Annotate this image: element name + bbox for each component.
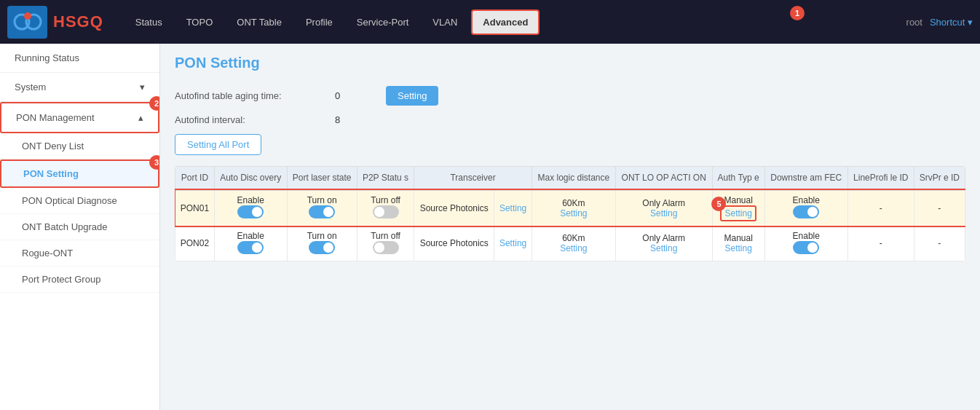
- cell-downstream: Enable: [764, 190, 847, 226]
- cell-auto-disc: Enable: [214, 226, 287, 261]
- autofind-value: 0: [335, 90, 371, 101]
- p2p-toggle-pon01[interactable]: [373, 205, 399, 218]
- cell-ont-loop: Only Alarm Setting: [615, 190, 712, 226]
- cell-ont-loop: Only Alarm Setting: [615, 226, 712, 261]
- cell-transceiver-setting[interactable]: Setting: [494, 226, 532, 261]
- auth-type-setting-pon02[interactable]: Setting: [724, 243, 751, 253]
- badge-3: 3: [149, 155, 160, 170]
- page-title: PON Setting: [175, 55, 965, 71]
- logo-box: [7, 6, 47, 39]
- max-distance-setting-pon02[interactable]: Setting: [560, 243, 587, 253]
- nav-status[interactable]: Status: [125, 11, 173, 33]
- badge-5: 5: [711, 197, 726, 211]
- col-max-distance: Max logic distance: [532, 167, 615, 191]
- col-downstream: Downstre am FEC: [764, 167, 847, 191]
- cell-port-laser: Turn on: [287, 226, 357, 261]
- col-port-id: Port ID: [175, 167, 215, 191]
- cell-transceiver-name: Source Photonics: [414, 226, 494, 261]
- setting-button[interactable]: Setting: [386, 86, 438, 106]
- autofind-row: Autofind table aging time: 0 Setting: [175, 86, 965, 106]
- auth-type-setting-pon01[interactable]: Setting: [724, 208, 751, 218]
- main-content: PON Setting Autofind table aging time: 0…: [160, 44, 980, 410]
- sidebar-item-system[interactable]: System ▾: [0, 73, 159, 102]
- chevron-down-icon: ▾: [140, 82, 145, 92]
- logo-text: HSGQ: [53, 12, 103, 31]
- cell-auth-type: Manual Setting: [712, 226, 764, 261]
- autofind-interval-label: Autofind interval:: [175, 114, 320, 125]
- cell-port-laser: Turn on: [287, 190, 357, 226]
- sidebar-sub-ont-batch[interactable]: ONT Batch Upgrade: [0, 214, 159, 240]
- table-row: PON01 Enable Turn on Turn off: [175, 190, 965, 226]
- cell-auto-disc: Enable: [214, 190, 287, 226]
- nav-profile[interactable]: Profile: [296, 11, 343, 33]
- downstream-toggle-pon01[interactable]: [793, 205, 819, 218]
- setting-all-port-button[interactable]: Setting All Port: [175, 134, 261, 155]
- cell-p2p: Turn off: [357, 226, 414, 261]
- cell-line-profile-pon02: -: [847, 226, 914, 261]
- downstream-toggle-pon02[interactable]: [793, 241, 819, 254]
- chevron-up-icon: ▴: [138, 112, 143, 123]
- logo-area: HSGQ: [7, 6, 103, 39]
- cell-port-id: PON01: [175, 190, 215, 226]
- cell-max-distance: 60Km Setting: [532, 190, 615, 226]
- autofind-interval-row: Autofind interval: 8: [175, 114, 965, 125]
- cell-srv-profile-pon01: -: [914, 190, 965, 226]
- port-laser-toggle-pon01[interactable]: [309, 205, 335, 218]
- col-port-laser: Port laser state: [287, 167, 357, 191]
- port-laser-toggle-pon02[interactable]: [309, 241, 335, 254]
- nav-advanced[interactable]: Advanced: [471, 9, 540, 35]
- nav-service-port[interactable]: Service-Port: [347, 11, 419, 33]
- auto-disc-toggle-pon02[interactable]: [237, 241, 264, 254]
- sidebar-sub-rogue-ont[interactable]: Rogue-ONT: [0, 240, 159, 267]
- col-srv-profile: SrvPr e ID: [914, 167, 965, 191]
- nav-topo[interactable]: TOPO: [176, 11, 224, 33]
- ont-loop-setting-pon01[interactable]: Setting: [650, 208, 677, 218]
- ont-loop-setting-pon02[interactable]: Setting: [650, 243, 677, 253]
- col-ont-loop: ONT LO OP ACTI ON: [615, 167, 712, 191]
- p2p-toggle-pon02[interactable]: [373, 241, 399, 254]
- sidebar-item-running-status[interactable]: Running Status: [0, 44, 159, 73]
- cell-transceiver-name: Source Photonics: [414, 190, 494, 226]
- table-row: PON02 Enable Turn on Turn off: [175, 226, 965, 261]
- cell-p2p: Turn off: [357, 190, 414, 226]
- cell-downstream: Enable: [764, 226, 847, 261]
- badge-1: 1: [790, 6, 805, 20]
- cell-max-distance: 60Km Setting: [532, 226, 615, 261]
- max-distance-setting-pon01[interactable]: Setting: [560, 208, 587, 218]
- nav-vlan[interactable]: VLAN: [422, 11, 467, 33]
- auto-disc-toggle-pon01[interactable]: [237, 205, 264, 218]
- cell-port-id: PON02: [175, 226, 215, 261]
- autofind-interval-value: 8: [335, 114, 371, 125]
- sidebar-sub-pon-optical[interactable]: PON Optical Diagnose: [0, 188, 159, 214]
- layout: Running Status System ▾ PON Management ▴…: [0, 44, 980, 410]
- col-line-profile: LineProfi le ID: [847, 167, 914, 191]
- col-auto-disc: Auto Disc overy: [214, 167, 287, 191]
- col-transceiver: Transceiver: [414, 167, 532, 191]
- header-right: root Shortcut ▾: [906, 17, 973, 28]
- nav-ont-table[interactable]: ONT Table: [226, 11, 292, 33]
- table-header-row: Port ID Auto Disc overy Port laser state…: [175, 167, 965, 191]
- sidebar: Running Status System ▾ PON Management ▴…: [0, 44, 160, 410]
- badge-2: 2: [149, 96, 160, 111]
- sidebar-item-pon-management[interactable]: PON Management ▴ 2: [0, 102, 159, 133]
- pon-table: 4 Port ID Auto Disc overy Port laser sta…: [175, 166, 965, 261]
- autofind-label: Autofind table aging time:: [175, 90, 320, 101]
- nav-items: Status TOPO ONT Table Profile Service-Po…: [125, 9, 899, 35]
- cell-line-profile-pon01: -: [847, 190, 914, 226]
- svg-point-2: [24, 12, 31, 20]
- cell-auth-type: Manual Setting 5: [712, 190, 764, 226]
- pon-settings-table: Port ID Auto Disc overy Port laser state…: [175, 166, 965, 261]
- header: HSGQ Status TOPO ONT Table Profile Servi…: [0, 0, 980, 44]
- col-p2p: P2P Statu s: [357, 167, 414, 191]
- username: root: [906, 17, 922, 28]
- sidebar-sub-ont-deny[interactable]: ONT Deny List: [0, 133, 159, 159]
- shortcut-link[interactable]: Shortcut ▾: [930, 17, 973, 28]
- col-auth-type: Auth Typ e: [712, 167, 764, 191]
- sidebar-sub-port-protect[interactable]: Port Protect Group: [0, 267, 159, 293]
- sidebar-sub-pon-setting[interactable]: PON Setting 3: [0, 159, 159, 188]
- cell-srv-profile-pon02: -: [914, 226, 965, 261]
- cell-transceiver-setting[interactable]: Setting: [494, 190, 532, 226]
